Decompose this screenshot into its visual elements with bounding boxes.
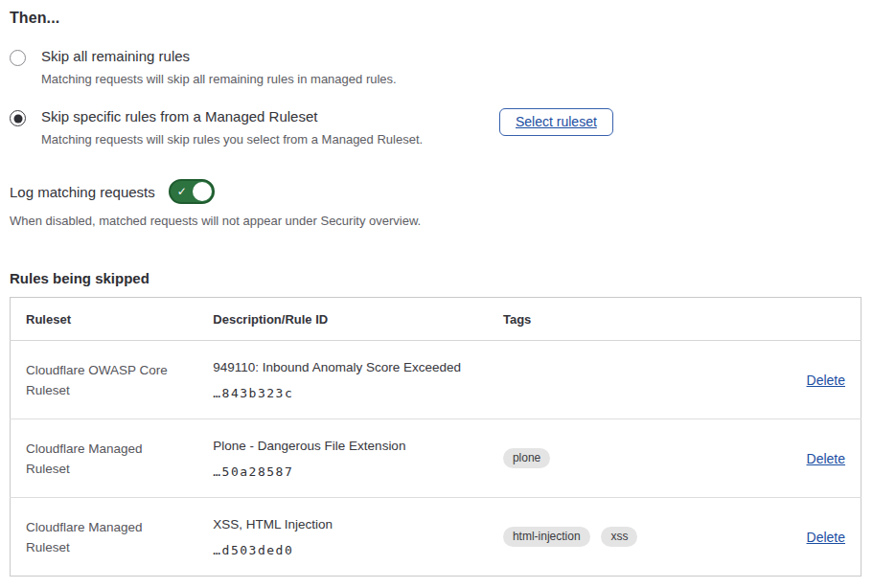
rule-id: …50a28587: [213, 464, 472, 479]
column-header-description-rule-id: Description/Rule ID: [197, 298, 488, 341]
option-description: Matching requests will skip all remainin…: [41, 72, 484, 87]
check-icon: ✓: [177, 186, 187, 197]
option-label[interactable]: Skip all remaining rules: [41, 48, 484, 65]
option-text: Skip all remaining rules Matching reques…: [41, 48, 484, 87]
toggle-knob: [193, 182, 212, 201]
column-header-ruleset: Ruleset: [11, 298, 198, 341]
table-row: Cloudflare OWASP Core Ruleset 949110: In…: [11, 341, 862, 419]
log-matching-requests-row: Log matching requests ✓: [10, 179, 862, 204]
log-matching-requests-toggle[interactable]: ✓: [169, 179, 215, 204]
radio-skip-all-remaining[interactable]: [10, 50, 26, 66]
log-matching-requests-label: Log matching requests: [10, 184, 155, 200]
rules-being-skipped-table: Ruleset Description/Rule ID Tags Cloudfl…: [10, 297, 862, 577]
table-row: Cloudflare Managed Ruleset XSS, HTML Inj…: [11, 498, 862, 577]
option-skip-specific-rules: Skip specific rules from a Managed Rules…: [10, 108, 862, 147]
tag-pill: xss: [601, 527, 637, 547]
tag-pill: plone: [503, 448, 550, 468]
ruleset-cell: Cloudflare OWASP Core Ruleset: [11, 341, 198, 419]
column-header-actions: [718, 298, 862, 341]
actions-cell: Delete: [718, 341, 862, 419]
rule-description: XSS, HTML Injection: [213, 516, 472, 532]
tags-cell: plone: [488, 419, 718, 498]
then-heading: Then...: [10, 10, 862, 27]
select-ruleset-button[interactable]: Select ruleset: [499, 108, 613, 136]
delete-link[interactable]: Delete: [807, 530, 845, 545]
option-text: Skip specific rules from a Managed Rules…: [41, 108, 484, 147]
rule-description: 949110: Inbound Anomaly Score Exceeded: [213, 359, 472, 375]
rule-id: …843b323c: [213, 386, 472, 400]
actions-cell: Delete: [718, 498, 862, 577]
rules-being-skipped-heading: Rules being skipped: [10, 270, 862, 286]
rule-description: Plone - Dangerous File Extension: [213, 438, 472, 454]
delete-link[interactable]: Delete: [807, 451, 845, 466]
description-cell: 949110: Inbound Anomaly Score Exceeded ……: [197, 341, 488, 419]
delete-link[interactable]: Delete: [807, 373, 845, 388]
log-matching-requests-description: When disabled, matched requests will not…: [10, 214, 862, 228]
rule-id: …d503ded0: [213, 543, 472, 557]
option-description: Matching requests will skip rules you se…: [41, 132, 484, 147]
skip-rules-panel: Then... Skip all remaining rules Matchin…: [0, 0, 873, 577]
actions-cell: Delete: [718, 419, 862, 498]
tags-cell: [488, 341, 718, 419]
option-skip-all-remaining: Skip all remaining rules Matching reques…: [10, 48, 862, 87]
radio-skip-specific-rules[interactable]: [10, 110, 26, 126]
column-header-tags: Tags: [488, 298, 718, 341]
table-header-row: Ruleset Description/Rule ID Tags: [11, 298, 862, 341]
tag-pill: html-injection: [503, 527, 590, 547]
description-cell: XSS, HTML Injection …d503ded0: [197, 498, 488, 577]
ruleset-cell: Cloudflare Managed Ruleset: [11, 498, 198, 577]
tags-cell: html-injection xss: [488, 498, 718, 577]
table-row: Cloudflare Managed Ruleset Plone - Dange…: [11, 419, 862, 498]
ruleset-cell: Cloudflare Managed Ruleset: [11, 419, 198, 498]
description-cell: Plone - Dangerous File Extension …50a285…: [197, 419, 488, 498]
option-label[interactable]: Skip specific rules from a Managed Rules…: [41, 108, 484, 125]
